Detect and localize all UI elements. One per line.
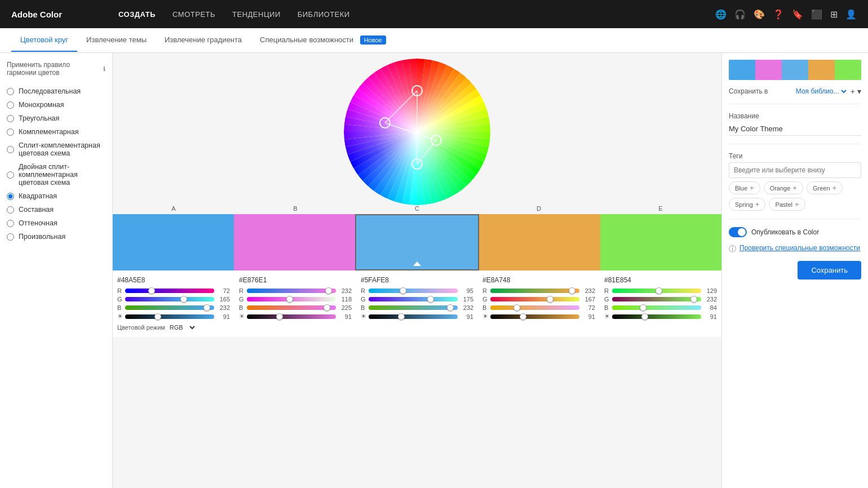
radio-square[interactable] [7,193,14,200]
swatch-d[interactable] [479,214,600,270]
tag-orange-plus[interactable]: + [792,184,797,192]
radio-sequential[interactable] [7,88,14,95]
slider-track-g-a[interactable] [125,297,214,301]
harmony-shades[interactable]: Оттеночная [7,216,105,230]
slider-track-bright-d[interactable] [490,314,579,319]
slider-thumb-r-c[interactable] [400,287,406,294]
library-options-btn[interactable]: ▾ [857,87,861,96]
slider-thumb-g-b[interactable] [286,296,293,303]
slider-thumb-r-d[interactable] [569,287,575,294]
harmony-complementary[interactable]: Комплементарная [7,125,105,139]
harmony-split-comp[interactable]: Сплит-комплементарная цветовая схема [7,139,105,160]
swatch-e[interactable] [600,214,721,270]
nav-trends[interactable]: ТЕНДЕНЦИИ [232,10,281,19]
slider-thumb-b-d[interactable] [513,304,520,311]
tag-spring-plus[interactable]: + [755,200,760,208]
slider-thumb-bright-a[interactable] [154,313,161,320]
radio-double-split[interactable] [7,171,14,179]
slider-track-b-d[interactable] [490,305,579,310]
tag-pastel-plus[interactable]: + [795,200,799,208]
slider-thumb-bright-e[interactable] [641,313,648,320]
slider-track-r-e[interactable] [612,289,701,293]
swatch-a[interactable] [113,214,234,270]
slider-track-bright-c[interactable] [369,314,458,319]
slider-thumb-r-e[interactable] [656,287,662,294]
tag-blue[interactable]: Blue + [729,181,760,194]
save-button[interactable]: Сохранить [798,261,861,280]
tag-blue-plus[interactable]: + [750,184,754,192]
library-select[interactable]: Моя библио... [794,87,848,96]
slider-thumb-bright-b[interactable] [276,313,283,320]
harmony-triad[interactable]: Треугольная [7,112,105,125]
share-icon[interactable]: ⬛ [811,9,822,20]
slider-thumb-g-e[interactable] [690,296,697,303]
help-icon[interactable]: ❓ [773,9,784,20]
slider-track-b-c[interactable] [369,305,458,310]
radio-split-comp[interactable] [7,146,14,153]
name-input[interactable] [729,122,861,136]
slider-track-r-d[interactable] [490,289,579,293]
color-wheel-svg[interactable] [344,59,490,205]
slider-thumb-g-d[interactable] [547,296,553,303]
radio-monochrome[interactable] [7,101,14,109]
radio-triad[interactable] [7,115,14,122]
slider-track-r-a[interactable] [125,289,214,293]
slider-thumb-r-b[interactable] [325,287,332,294]
slider-thumb-bright-c[interactable] [398,313,405,320]
tab-extract-gradient[interactable]: Извлечение градиента [156,29,251,52]
nav-create[interactable]: СОЗДАТЬ [118,10,156,19]
slider-thumb-b-b[interactable] [324,304,330,311]
slider-track-g-d[interactable] [490,297,579,301]
slider-thumb-bright-d[interactable] [520,313,526,320]
slider-thumb-g-a[interactable] [180,296,187,303]
slider-track-r-c[interactable] [369,289,458,293]
info-icon[interactable]: ℹ [103,65,105,73]
slider-thumb-b-c[interactable] [447,304,454,311]
slider-track-b-a[interactable] [125,305,214,310]
bookmark-icon[interactable]: 🔖 [792,9,803,20]
nav-libraries[interactable]: БИБЛИОТЕКИ [298,10,350,19]
slider-track-g-c[interactable] [369,297,458,301]
tag-orange[interactable]: Orange + [764,181,803,194]
color-wheel[interactable] [344,59,490,205]
slider-track-b-e[interactable] [612,305,701,310]
apps-icon[interactable]: ⊞ [830,9,838,20]
tab-extract-theme[interactable]: Извлечение темы [77,29,156,52]
slider-track-r-b[interactable] [247,289,336,293]
harmony-compound[interactable]: Составная [7,203,105,216]
slider-track-bright-a[interactable] [125,314,214,319]
user-icon[interactable]: 👤 [845,9,857,20]
color-mode-select[interactable]: RGB HSB Lab CMYK [167,323,197,331]
radio-compound[interactable] [7,206,14,214]
slider-track-g-b[interactable] [247,297,336,301]
radio-complementary[interactable] [7,128,14,136]
slider-thumb-b-e[interactable] [640,304,646,311]
slider-track-g-e[interactable] [612,297,701,301]
tags-input[interactable] [729,162,861,178]
radio-custom[interactable] [7,233,14,241]
tag-pastel[interactable]: Pastel + [769,198,805,211]
harmony-custom[interactable]: Произвольная [7,230,105,243]
tag-green[interactable]: Green + [807,181,843,194]
slider-thumb-g-c[interactable] [427,296,434,303]
slider-thumb-b-a[interactable] [203,304,210,311]
swatch-b[interactable] [234,214,355,270]
headset-icon[interactable]: 🎧 [734,9,746,20]
harmony-square[interactable]: Квадратная [7,189,105,203]
add-library-btn[interactable]: + [851,87,855,96]
tab-accessibility[interactable]: Специальные возможности Новое [251,29,395,52]
tag-spring[interactable]: Spring + [729,198,765,211]
slider-track-b-b[interactable] [247,305,336,310]
slider-thumb-r-a[interactable] [148,287,155,294]
color-picker-icon[interactable]: 🎨 [754,9,765,20]
globe-icon[interactable]: 🌐 [715,9,727,20]
accessibility-link[interactable]: Проверить специальные возможности [739,244,860,252]
tab-color-wheel[interactable]: Цветовой круг [11,29,77,52]
tag-green-plus[interactable]: + [832,184,837,192]
harmony-double-split[interactable]: Двойная сплит-комплементарная цветовая с… [7,160,105,189]
radio-shades[interactable] [7,220,14,227]
swatch-c[interactable] [355,214,479,270]
publish-toggle[interactable] [729,227,747,237]
slider-track-bright-e[interactable] [612,314,701,319]
harmony-sequential[interactable]: Последовательная [7,85,105,98]
